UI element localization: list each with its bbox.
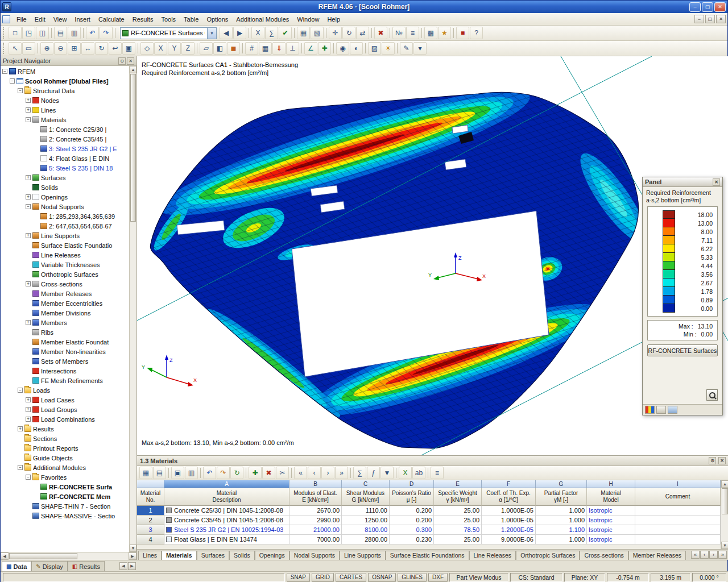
toolbar-separator[interactable]: [349, 467, 353, 479]
minimize-button[interactable]: –: [689, 2, 701, 12]
comment-cell[interactable]: [635, 516, 721, 525]
pan-button[interactable]: ↔: [81, 42, 94, 55]
tree-item[interactable]: Additional Modules: [1, 463, 129, 472]
column-letter-cell[interactable]: D: [390, 480, 434, 488]
table-tab[interactable]: Nodal Supports: [289, 551, 340, 560]
tabs-previous-button[interactable]: ‹: [700, 551, 709, 559]
toolbar-separator[interactable]: [289, 467, 293, 479]
shear-modulus-cell[interactable]: 8100.00: [342, 525, 390, 535]
tree-expander[interactable]: [26, 175, 31, 180]
tree-item[interactable]: Intersections: [1, 366, 129, 376]
scrollbar-thumb[interactable]: [130, 74, 136, 222]
tree-item[interactable]: Line Supports: [1, 231, 129, 240]
toolbar-separator[interactable]: [247, 27, 251, 39]
tree-item[interactable]: FE Mesh Refinements: [1, 376, 129, 385]
tree-expander[interactable]: [26, 117, 31, 122]
tree-expander[interactable]: [18, 88, 23, 93]
tree-expander[interactable]: [26, 233, 31, 238]
table-row[interactable]: 2 Concrete C35/45 | DIN 1045-1:2008-08 2…: [137, 516, 721, 525]
material-model-cell[interactable]: Isotropic: [587, 525, 635, 535]
close-button[interactable]: ✕: [714, 2, 726, 12]
table-tab[interactable]: Lines: [138, 551, 162, 560]
tree-item[interactable]: Favorites: [1, 472, 129, 482]
tables-button[interactable]: ▦: [297, 27, 310, 39]
new-file-button[interactable]: □: [9, 27, 22, 39]
tabs-next-button[interactable]: ›: [709, 551, 718, 559]
column-letter-cell[interactable]: A: [164, 480, 289, 488]
show-loads-button[interactable]: ⇓: [272, 42, 286, 55]
tree-item[interactable]: Sets of Members: [1, 356, 129, 366]
tree-expander[interactable]: [2, 69, 7, 74]
panel-title-bar[interactable]: Panel ✕: [643, 177, 722, 187]
save-file-button[interactable]: ◫: [36, 27, 49, 39]
restore-button[interactable]: ▢: [702, 2, 713, 12]
tree-item[interactable]: Loads: [1, 385, 129, 395]
magnifier-button[interactable]: [706, 389, 718, 401]
toolbar-separator[interactable]: [198, 467, 202, 479]
toolbar-separator[interactable]: [292, 27, 296, 39]
tree-item[interactable]: Printout Reports: [1, 443, 129, 453]
mdi-minimize-button[interactable]: –: [694, 15, 704, 23]
view-in-x-button[interactable]: X: [154, 42, 167, 55]
tree-item[interactable]: Load Cases: [1, 395, 129, 405]
shear-modulus-cell[interactable]: 1110.00: [342, 506, 390, 516]
first-row-button[interactable]: «: [294, 467, 307, 479]
panel-factors-tab-icon[interactable]: [656, 406, 666, 414]
navtabs-scroll-left-button[interactable]: ◀: [119, 562, 127, 570]
toolbar-separator[interactable]: [300, 42, 304, 55]
comment-cell[interactable]: [635, 506, 721, 516]
redo-button[interactable]: ↷: [100, 27, 113, 39]
table-tab[interactable]: Openings: [255, 551, 289, 560]
specific-weight-cell[interactable]: 25.00: [434, 516, 482, 525]
menu-options[interactable]: Options: [202, 14, 232, 24]
table-header-cell[interactable]: Material Model: [587, 488, 635, 506]
material-description-cell[interactable]: Float Glass | E DIN EN 13474: [164, 535, 289, 544]
partial-factor-cell[interactable]: 1.100: [536, 525, 587, 535]
show-grid-button[interactable]: #: [245, 42, 258, 55]
table-header-cell[interactable]: Poisson's Ratio μ [-]: [390, 488, 434, 506]
tree-expander[interactable]: [26, 194, 31, 199]
scroll-left-icon[interactable]: ◀: [1, 552, 9, 560]
tree-item[interactable]: Lines: [1, 105, 129, 115]
zoom-window-button[interactable]: ⊞: [68, 42, 81, 55]
thermal-expansion-cell[interactable]: 1.2000E-05: [482, 525, 536, 535]
spell-check-button[interactable]: ab: [412, 467, 425, 479]
toolbar-separator[interactable]: [370, 27, 374, 39]
isometric-view-button[interactable]: ◇: [140, 42, 154, 55]
partial-factor-cell[interactable]: 1.000: [536, 506, 587, 516]
check-button[interactable]: ✔: [279, 27, 292, 39]
numbering-button[interactable]: №: [392, 27, 406, 39]
open-file-button[interactable]: ◳: [22, 27, 35, 39]
table-close-icon[interactable]: ✕: [718, 457, 726, 464]
menu-insert[interactable]: Insert: [71, 14, 94, 24]
status-toggle-button[interactable]: CARTES: [336, 573, 366, 582]
toolbar-separator[interactable]: [136, 42, 140, 55]
next-row-button[interactable]: ›: [321, 467, 334, 479]
thermal-expansion-cell[interactable]: 1.0000E-05: [482, 516, 536, 525]
table-vertical-scrollbar[interactable]: ▲ ▼: [721, 480, 728, 549]
tree-item[interactable]: SHAPE-MASSIVE - Sectio: [1, 511, 129, 521]
table-view-button[interactable]: ▦: [139, 467, 152, 479]
delete-button[interactable]: ✖: [374, 27, 387, 39]
thermal-expansion-cell[interactable]: 9.0000E-06: [482, 535, 536, 544]
toolbar-separator[interactable]: [241, 42, 245, 55]
table-tab[interactable]: Surfaces: [197, 551, 229, 560]
toolbar-separator[interactable]: [49, 27, 53, 39]
tree-expander[interactable]: [26, 407, 31, 412]
row-number-cell[interactable]: 3: [137, 525, 164, 535]
tree-item[interactable]: 1: Concrete C25/30 |: [1, 124, 129, 134]
previous-view-button[interactable]: ↩: [109, 42, 122, 55]
modulus-of-elasticity-cell[interactable]: 7000.00: [289, 535, 342, 544]
tree-item[interactable]: Nodes: [1, 95, 129, 105]
modulus-of-elasticity-cell[interactable]: 2670.00: [289, 506, 342, 516]
table-header-cell[interactable]: Modulus of Elast. E [kN/cm²]: [289, 488, 342, 506]
status-toggle-button[interactable]: DXF: [428, 573, 448, 582]
tree-item[interactable]: Ribs: [1, 327, 129, 337]
display-properties-dropdown[interactable]: ▾: [413, 42, 427, 55]
tree-item[interactable]: Member Non-linearities: [1, 347, 129, 356]
show-axes-button[interactable]: ✚: [318, 42, 331, 55]
menu-edit[interactable]: Edit: [31, 14, 49, 24]
tree-item[interactable]: Structural Data: [1, 86, 129, 95]
specific-weight-cell[interactable]: 78.50: [434, 525, 482, 535]
delete-row-button[interactable]: ✖: [262, 467, 275, 479]
